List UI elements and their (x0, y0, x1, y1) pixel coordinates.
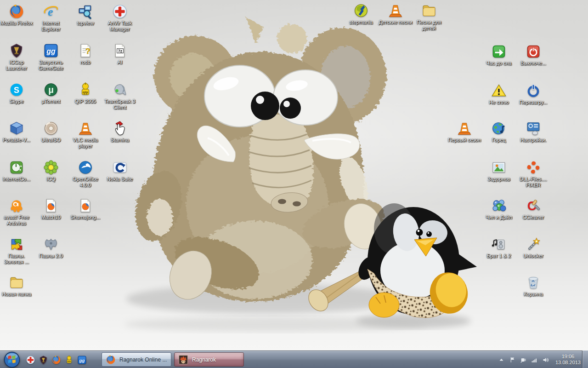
tcpview-icon (78, 4, 93, 19)
desktop-icon-label: Match10 (41, 214, 61, 220)
desktop-icon-label: Настройки. (520, 137, 547, 143)
quicklaunch-anvir-button[interactable] (26, 355, 35, 365)
svg-text:gg: gg (79, 358, 85, 363)
desktop-icon-label: Nokia Suite (107, 176, 133, 182)
desktop-icon-label: ICQ (46, 176, 56, 182)
desktop-icon-qip-2005[interactable]: qipQIP 2005 (67, 82, 104, 104)
show-hidden-icons-icon[interactable] (498, 356, 505, 364)
ccleaner-icon: C (526, 198, 541, 213)
desktop-icon-match10[interactable]: Match10 (33, 198, 69, 220)
desktop-icon-puzzles-2-0[interactable]: Пазлы 2.0 (33, 236, 69, 259)
warning-icon (491, 83, 507, 98)
desktop-icon-avast-free-antivirus[interactable]: avast! Free Antivirus (0, 198, 35, 226)
quicklaunch-firefox-button[interactable] (51, 355, 61, 365)
taskbar-window-buttons: Ragnarok Online ...Ragnarok (102, 352, 244, 367)
desktop-icon-label: Час до сна (486, 60, 511, 66)
quicklaunch-gamegate-button[interactable]: gg (77, 355, 87, 365)
desktop-icon-stepmania[interactable]: stepmania (343, 3, 379, 25)
desktop-icon-portable-virtualbox[interactable]: Portable-V... (0, 121, 35, 143)
volume-icon[interactable] (542, 356, 549, 364)
desktop-icon-ai[interactable]: 7zAI (102, 43, 138, 65)
desktop-icon-label: tcpview (77, 20, 94, 26)
desktop-icon-stamina[interactable]: Stamina (102, 121, 138, 143)
avast-icon (9, 198, 24, 213)
desktop-icon-novaya-papka[interactable]: Новая папка (0, 275, 35, 297)
desktop-icon-chas-do-sna[interactable]: Час до сна (481, 44, 517, 66)
desktop-icon-perviy-sezon[interactable]: Первый сезон (446, 121, 483, 143)
desktop-icon-label: CCleaner (523, 214, 544, 220)
desktop-icon-icq[interactable]: ICQ (33, 160, 69, 182)
desktop-icon-tcpview[interactable]: tcpview (67, 4, 104, 26)
desktop-icon-internetco[interactable]: InternetCo... (0, 160, 35, 182)
desktop-icon-chip-i-dale[interactable]: Чип и Дэйл (481, 198, 517, 220)
desktop-icon-puzzles-golden[interactable]: Пазлы. Золотая ... (0, 236, 35, 265)
svg-text:gg: gg (46, 47, 56, 55)
safely-remove-hardware-icon[interactable] (520, 356, 527, 364)
desktop-icon-nokia-suite[interactable]: Nokia Suite (102, 160, 138, 182)
desktop-icon-label: Новая папка (2, 291, 31, 297)
desktop-icon-teamspeak-3-client[interactable]: TeamSpeak 3 Client (102, 82, 138, 110)
desktop-icon-iccup-launcher[interactable]: ICCup Launcher (0, 43, 35, 71)
desktop-icon-rodb[interactable]: ?rodb (67, 43, 104, 65)
windows-orb-icon (3, 351, 21, 368)
desktop-icon-zadornov[interactable]: Задорнов (481, 160, 517, 182)
desktop-icon-openoffice-400[interactable]: OpenOffice 4.0.0 (67, 160, 104, 188)
unlocker-icon (526, 236, 541, 252)
desktop-icon-label: Не сплю (489, 99, 509, 105)
desktop-icon-ccleaner[interactable]: CCCleaner (515, 198, 552, 220)
anvir-icon (112, 4, 128, 19)
show-desktop-button[interactable] (582, 351, 588, 368)
desktop-icon-korzina[interactable]: Корзина (515, 275, 552, 297)
desktop-icon-utorrent[interactable]: µµTorrent (33, 82, 69, 104)
desktop-icon-nastroyki[interactable]: Настройки. (515, 121, 552, 143)
clock-date: 13.08.2013 (555, 360, 581, 366)
desktop-icon-pesni-dlya-detey[interactable]: Песни для детей (411, 3, 447, 31)
desktop-icon-label: Mozilla Firefox (0, 20, 33, 26)
internetco-icon (9, 160, 24, 175)
desktop-icon-perezagruzka[interactable]: Перезагру... (515, 83, 552, 105)
desktop-icon-unlocker[interactable]: Unlocker (515, 236, 552, 259)
network-icon[interactable] (531, 356, 538, 364)
desktop-icon-label: Shumujong... (71, 214, 101, 220)
desktop-icon-detskie-pesni[interactable]: Детские песни (377, 3, 414, 25)
desktop-icon-mozilla-firefox[interactable]: Mozilla Firefox (0, 4, 35, 26)
ai7z-icon: 7z (112, 43, 128, 58)
desktop-icon-ne-splyu[interactable]: Не сплю (481, 83, 517, 105)
desktop-icon-label: Запустить GameGate (33, 59, 69, 71)
desktop-icon-label: UltraISO (41, 137, 61, 143)
taskbar-clock[interactable]: 19:06 13.08.2013 (555, 354, 581, 366)
puzzle_gold-icon (9, 236, 24, 252)
action-center-icon[interactable] (509, 356, 516, 364)
desktop-icon-internet-explorer[interactable]: eInternet Explorer (33, 4, 69, 32)
desktop-icon-dll-files-fixer[interactable]: DLL-Files.... FIXER (515, 160, 552, 188)
quicklaunch-qip-button[interactable]: qip (64, 355, 74, 365)
speaker_music-icon (491, 236, 507, 252)
window-button-ragnarok[interactable]: Ragnarok (174, 352, 244, 367)
desktop-icon-label: stepmania (350, 19, 373, 25)
folder-icon (421, 3, 437, 18)
desktop-icon-vyklyuchenie[interactable]: Выключе... (515, 44, 552, 66)
svg-text:µ: µ (48, 85, 54, 95)
svg-text:7z: 7z (118, 49, 122, 53)
desktop-icon-zapустit-gamegate[interactable]: ggЗапустить GameGate (33, 43, 69, 71)
desktop-icon-label: Unlocker (523, 253, 543, 259)
window-button-ragnarok-online[interactable]: Ragnarok Online ... (102, 352, 171, 367)
desktop-icon-anvir-task-manager[interactable]: AnVir Task Manager (102, 4, 138, 32)
svg-text:S: S (14, 86, 19, 95)
globe_music-icon (491, 121, 507, 136)
power_blue-icon (526, 83, 541, 98)
dllfixer-icon (526, 160, 541, 175)
desktop-icon-ultraiso[interactable]: UltraISO (33, 121, 69, 143)
desktop-icon-gorets[interactable]: Горец (481, 121, 517, 143)
system-tray: 19:06 13.08.2013 (498, 351, 581, 368)
ie-icon: e (43, 4, 59, 19)
desktop-icon-skype[interactable]: SSkype (0, 82, 35, 104)
ultraiso-icon (43, 121, 59, 136)
desktop-icon-vlc-media-player[interactable]: VLC media player (67, 121, 104, 149)
desktop-icon-shumujong[interactable]: Shumujong... (67, 198, 104, 220)
start-button[interactable] (3, 351, 21, 368)
stepmania-icon (353, 3, 369, 18)
desktop-icon-brat-1-i-2[interactable]: Брат 1 & 2 (481, 236, 517, 259)
quicklaunch-iccup-button[interactable] (39, 355, 48, 365)
puzzle2-icon (43, 236, 59, 252)
